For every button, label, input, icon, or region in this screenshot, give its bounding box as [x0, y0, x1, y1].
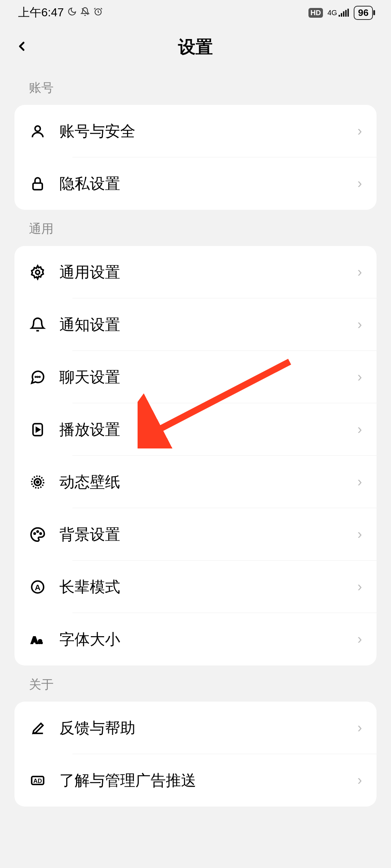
chevron-right-icon: ›: [357, 579, 362, 595]
item-notification[interactable]: 通知设置 ›: [14, 298, 377, 351]
item-label: 通用设置: [59, 262, 357, 282]
svg-point-17: [34, 533, 35, 534]
svg-text:A: A: [31, 635, 38, 645]
palette-icon: [29, 526, 46, 543]
item-chat[interactable]: 聊天设置 ›: [14, 351, 377, 403]
item-label: 隐私设置: [59, 174, 357, 194]
battery-level: 96: [358, 7, 369, 18]
status-right: HD 4G 96: [308, 6, 373, 20]
bell-icon: [29, 316, 46, 333]
user-icon: [29, 123, 46, 140]
item-playback[interactable]: 播放设置 ›: [14, 403, 377, 456]
item-label: 动态壁纸: [59, 472, 357, 492]
svg-text:a: a: [38, 637, 42, 645]
item-label: 通知设置: [59, 315, 357, 335]
font-icon: Aa: [29, 631, 46, 648]
svg-text:AD: AD: [33, 778, 42, 784]
page-header: 设置: [0, 25, 391, 69]
item-elder-mode[interactable]: A 长辈模式 ›: [14, 561, 377, 613]
item-ad-management[interactable]: AD 了解与管理广告推送 ›: [14, 754, 377, 807]
gear-icon: [29, 264, 46, 281]
svg-point-11: [39, 376, 40, 377]
status-left: 上午6:47: [18, 5, 103, 21]
dnd-icon: [80, 7, 90, 19]
chevron-right-icon: ›: [357, 474, 362, 490]
svg-text:A: A: [35, 583, 41, 592]
svg-marker-13: [36, 427, 39, 431]
svg-rect-2: [341, 13, 342, 17]
chevron-right-icon: ›: [357, 176, 362, 191]
svg-point-18: [37, 531, 38, 532]
edit-icon: [29, 719, 46, 737]
back-button[interactable]: [14, 36, 29, 58]
item-wallpaper[interactable]: 动态壁纸 ›: [14, 456, 377, 508]
moon-icon: [67, 7, 77, 19]
svg-point-6: [35, 126, 41, 131]
alarm-icon: [93, 7, 103, 19]
svg-point-10: [37, 376, 38, 377]
item-label: 反馈与帮助: [59, 718, 357, 738]
item-label: 字体大小: [59, 629, 357, 650]
item-font-size[interactable]: Aa 字体大小 ›: [14, 613, 377, 665]
chevron-right-icon: ›: [357, 720, 362, 736]
about-card: 反馈与帮助 › AD 了解与管理广告推送 ›: [14, 702, 377, 807]
svg-point-19: [40, 533, 41, 534]
chevron-right-icon: ›: [357, 527, 362, 542]
lock-icon: [29, 175, 46, 192]
svg-rect-7: [33, 183, 42, 190]
item-background[interactable]: 背景设置 ›: [14, 508, 377, 561]
item-general-settings[interactable]: 通用设置 ›: [14, 246, 377, 298]
item-privacy[interactable]: 隐私设置 ›: [14, 157, 377, 210]
account-card: 账号与安全 › 隐私设置 ›: [14, 105, 377, 210]
svg-rect-5: [348, 9, 349, 17]
chevron-right-icon: ›: [357, 264, 362, 280]
section-header-about: 关于: [0, 665, 391, 702]
general-card: 通用设置 › 通知设置 › 聊天设置 › 播放设置 › 动态壁纸 › 背景设置 …: [14, 246, 377, 665]
chat-icon: [29, 369, 46, 386]
item-label: 长辈模式: [59, 577, 357, 597]
section-header-account: 账号: [0, 69, 391, 105]
hd-badge: HD: [308, 8, 323, 18]
chevron-right-icon: ›: [357, 631, 362, 647]
ad-icon: AD: [29, 772, 46, 789]
svg-rect-4: [345, 10, 347, 17]
chevron-left-icon: [14, 39, 29, 54]
status-time: 上午6:47: [18, 5, 64, 21]
item-label: 了解与管理广告推送: [59, 770, 357, 791]
wallpaper-icon: [29, 473, 46, 491]
battery-indicator: 96: [354, 6, 373, 20]
chevron-right-icon: ›: [357, 369, 362, 385]
accessibility-icon: A: [29, 578, 46, 596]
chevron-right-icon: ›: [357, 422, 362, 437]
status-bar: 上午6:47 HD 4G 96: [0, 0, 391, 25]
item-feedback[interactable]: 反馈与帮助 ›: [14, 702, 377, 754]
item-label: 账号与安全: [59, 121, 357, 141]
item-label: 背景设置: [59, 524, 357, 545]
page-title: 设置: [0, 35, 391, 59]
svg-rect-3: [343, 11, 345, 17]
item-label: 聊天设置: [59, 367, 357, 387]
chevron-right-icon: ›: [357, 123, 362, 139]
network-type: 4G: [327, 9, 337, 17]
play-icon: [29, 421, 46, 438]
svg-point-9: [35, 376, 36, 377]
item-account-security[interactable]: 账号与安全 ›: [14, 105, 377, 157]
item-label: 播放设置: [59, 420, 357, 440]
signal-group: 4G: [327, 9, 349, 17]
chevron-right-icon: ›: [357, 317, 362, 332]
signal-icon: [339, 9, 349, 17]
svg-point-8: [36, 270, 40, 274]
section-header-general: 通用: [0, 210, 391, 246]
svg-rect-1: [339, 15, 340, 17]
svg-point-16: [37, 481, 39, 483]
chevron-right-icon: ›: [357, 773, 362, 788]
